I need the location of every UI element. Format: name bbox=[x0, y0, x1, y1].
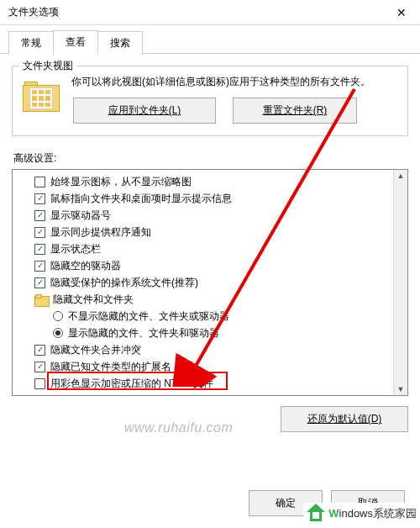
tree-item-5[interactable]: 隐藏空的驱动器 bbox=[19, 257, 391, 274]
tree-item-7[interactable]: 隐藏文件和文件夹 bbox=[19, 291, 391, 308]
checkbox-icon[interactable] bbox=[34, 395, 45, 397]
logo-text: Windows系统家园 bbox=[328, 506, 417, 521]
tree-item-label: 隐藏已知文件类型的扩展名 bbox=[50, 360, 171, 374]
close-button[interactable]: ✕ bbox=[383, 0, 420, 25]
watermark: www.ruhaifu.com bbox=[124, 420, 233, 436]
tree-item-8[interactable]: 不显示隐藏的文件、文件夹或驱动器 bbox=[19, 308, 391, 325]
checkbox-icon[interactable] bbox=[34, 277, 45, 288]
checkbox-icon[interactable] bbox=[34, 362, 45, 372]
tab-general[interactable]: 常规 bbox=[8, 31, 54, 55]
tree-item-label: 不显示隐藏的文件、文件夹或驱动器 bbox=[68, 309, 229, 324]
radio-icon[interactable] bbox=[53, 328, 63, 338]
tab-view[interactable]: 查看 bbox=[53, 30, 98, 54]
checkbox-icon[interactable] bbox=[34, 193, 45, 204]
checkbox-icon[interactable] bbox=[34, 345, 45, 356]
scroll-up-icon[interactable]: ▲ bbox=[397, 172, 405, 180]
tree-item-label: 始终显示图标，从不显示缩略图 bbox=[50, 175, 192, 189]
tree-item-label: 鼠标指向文件夹和桌面项时显示提示信息 bbox=[50, 192, 232, 206]
advanced-label: 高级设置: bbox=[13, 151, 408, 166]
tree-item-1[interactable]: 鼠标指向文件夹和桌面项时显示提示信息 bbox=[19, 190, 391, 207]
tree-item-label: 在标题栏中显示完整路径 bbox=[50, 393, 161, 397]
tabs: 常规 查看 搜索 bbox=[8, 30, 420, 54]
tree-item-label: 显示隐藏的文件、文件夹和驱动器 bbox=[68, 326, 219, 341]
window-title: 文件夹选项 bbox=[8, 5, 59, 19]
tree-item-4[interactable]: 显示状态栏 bbox=[19, 240, 391, 257]
tab-search[interactable]: 搜索 bbox=[97, 31, 143, 55]
tree-item-3[interactable]: 显示同步提供程序通知 bbox=[19, 224, 391, 240]
tree-item-label: 隐藏文件夹合并冲突 bbox=[50, 343, 141, 357]
tree-item-label: 用彩色显示加密或压缩的 NTFS 文件 bbox=[50, 377, 213, 391]
checkbox-icon[interactable] bbox=[34, 261, 45, 272]
folder-icon bbox=[23, 80, 61, 114]
checkbox-icon[interactable] bbox=[34, 227, 45, 238]
scroll-down-icon[interactable]: ▼ bbox=[397, 385, 405, 393]
tree-item-label: 隐藏空的驱动器 bbox=[50, 259, 121, 273]
checkbox-icon[interactable] bbox=[34, 378, 45, 389]
tree-item-10[interactable]: 隐藏文件夹合并冲突 bbox=[19, 341, 391, 358]
tree-item-label: 显示状态栏 bbox=[50, 242, 101, 256]
tree-item-label: 隐藏受保护的操作系统文件(推荐) bbox=[50, 276, 198, 290]
restore-defaults-button[interactable]: 还原为默认值(D) bbox=[281, 406, 408, 432]
titlebar: 文件夹选项 ✕ bbox=[0, 0, 420, 25]
tree-item-9[interactable]: 显示隐藏的文件、文件夹和驱动器 bbox=[19, 325, 391, 341]
scrollbar[interactable]: ▲ ▼ bbox=[393, 170, 407, 395]
radio-icon[interactable] bbox=[53, 311, 63, 321]
tree-item-label: 隐藏文件和文件夹 bbox=[53, 293, 134, 307]
tree-item-11[interactable]: 隐藏已知文件类型的扩展名 bbox=[19, 358, 391, 375]
tree-item-12[interactable]: 用彩色显示加密或压缩的 NTFS 文件 bbox=[19, 375, 391, 392]
house-icon bbox=[305, 504, 327, 524]
checkbox-icon[interactable] bbox=[34, 210, 45, 221]
tree-item-2[interactable]: 显示驱动器号 bbox=[19, 207, 391, 224]
tree-item-13[interactable]: 在标题栏中显示完整路径 bbox=[19, 392, 391, 396]
reset-folders-button[interactable]: 重置文件夹(R) bbox=[233, 98, 357, 124]
site-logo: Windows系统家园 bbox=[303, 503, 418, 525]
checkbox-icon[interactable] bbox=[34, 177, 45, 187]
advanced-tree: 始终显示图标，从不显示缩略图鼠标指向文件夹和桌面项时显示提示信息显示驱动器号显示… bbox=[12, 169, 408, 396]
group-desc: 你可以将此视图(如详细信息或图标)应用于这种类型的所有文件夹。 应用到文件夹(L… bbox=[71, 75, 370, 124]
tree-item-6[interactable]: 隐藏受保护的操作系统文件(推荐) bbox=[19, 274, 391, 291]
tab-panel-view: 文件夹视图 你可以将此视图(如详细信息或图标)应用于这种类型的所有文件夹。 应用… bbox=[12, 54, 408, 432]
apply-to-folders-button[interactable]: 应用到文件夹(L) bbox=[73, 98, 216, 124]
folder-icon bbox=[34, 294, 48, 305]
checkbox-icon[interactable] bbox=[34, 244, 45, 255]
tree-item-0[interactable]: 始终显示图标，从不显示缩略图 bbox=[19, 173, 391, 190]
tree-item-label: 显示驱动器号 bbox=[50, 209, 111, 223]
tree-item-label: 显示同步提供程序通知 bbox=[50, 225, 151, 240]
group-title: 文件夹视图 bbox=[19, 59, 76, 73]
folder-view-group: 文件夹视图 你可以将此视图(如详细信息或图标)应用于这种类型的所有文件夹。 应用… bbox=[12, 66, 408, 136]
